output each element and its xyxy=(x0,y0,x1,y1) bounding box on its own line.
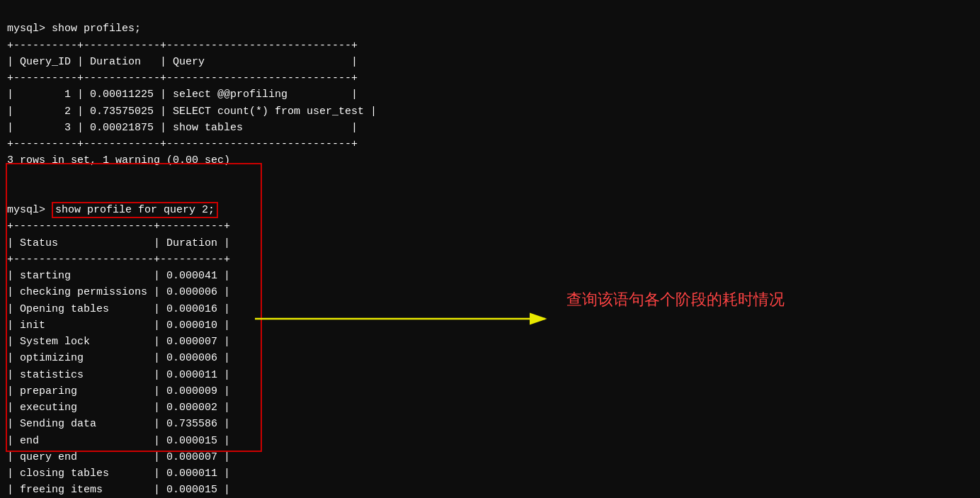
table2-row10: | Sending data | 0.735586 | xyxy=(7,418,230,430)
table2-row5: | System lock | 0.000007 | xyxy=(7,336,230,348)
terminal-window: mysql> show profiles; +----------+------… xyxy=(0,0,980,498)
table1-border-bot: +----------+------------+---------------… xyxy=(7,138,358,150)
table1-border-top: +----------+------------+---------------… xyxy=(7,40,358,52)
table2-row14: | freeing items | 0.000015 | xyxy=(7,484,230,496)
prompt-line2: mysql> show profile for query 2; xyxy=(7,202,218,218)
table2-row7: | statistics | 0.000011 | xyxy=(7,369,230,381)
table2-row9: | executing | 0.000002 | xyxy=(7,402,230,414)
table2-border-mid: +----------------------+----------+ xyxy=(7,254,230,266)
blank-line xyxy=(7,188,13,200)
table2-row13: | closing tables | 0.000011 | xyxy=(7,468,230,480)
table2-border-top: +----------------------+----------+ xyxy=(7,220,230,232)
annotation-label: 查询该语句各个阶段的耗时情况 xyxy=(566,289,785,310)
table1-header: | Query_ID | Duration | Query | xyxy=(7,56,358,68)
table2-row3: | Opening tables | 0.000016 | xyxy=(7,303,230,315)
table2-row12: | query end | 0.000007 | xyxy=(7,451,230,463)
arrow-annotation xyxy=(255,298,559,340)
table2-row4: | init | 0.000010 | xyxy=(7,319,230,332)
table1-border-mid: +----------+------------+---------------… xyxy=(7,72,358,84)
table2-row6: | optimizing | 0.000006 | xyxy=(7,352,230,364)
table1-row1: | 1 | 0.00011225 | select @@profiling | xyxy=(7,89,358,101)
table1-footer: 3 rows in set, 1 warning (0.00 sec) xyxy=(7,154,230,166)
table2-row1: | starting | 0.000041 | xyxy=(7,270,230,282)
command2-highlight: show profile for query 2; xyxy=(52,202,218,218)
table2-row2: | checking permissions | 0.000006 | xyxy=(7,286,230,298)
table2-header: | Status | Duration | xyxy=(7,237,230,249)
table2-row8: | preparing | 0.000009 | xyxy=(7,385,230,397)
prompt-line1: mysql> show profiles; xyxy=(7,23,141,35)
table2-row11: | end | 0.000015 | xyxy=(7,435,230,447)
table1-row2: | 2 | 0.73575025 | SELECT count(*) from … xyxy=(7,106,377,118)
table1-row3: | 3 | 0.00021875 | show tables | xyxy=(7,122,358,134)
